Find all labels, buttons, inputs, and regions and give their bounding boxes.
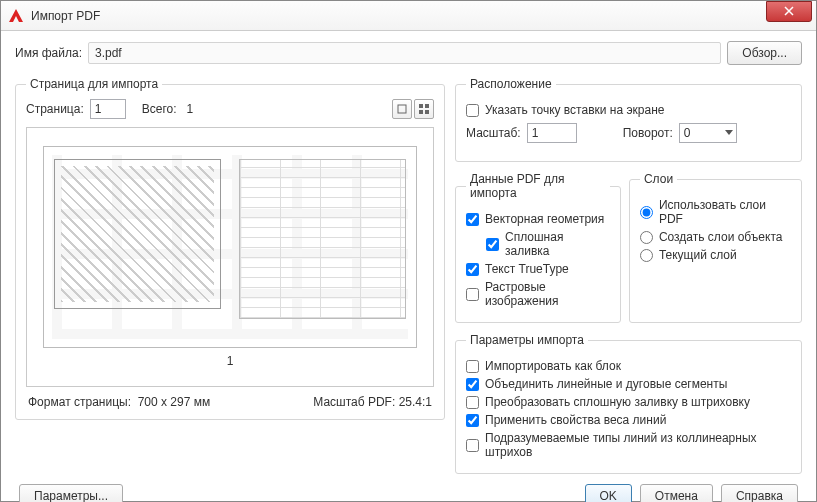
- svg-rect-2: [425, 104, 429, 108]
- dialog-content: Имя файла: 3.pdf Обзор... Страница для и…: [1, 31, 816, 502]
- preview-thumbnail: [43, 146, 417, 347]
- join-segments-checkbox[interactable]: Объединить линейные и дуговые сегменты: [466, 377, 791, 391]
- use-pdf-layers-radio[interactable]: Использовать слои PDF: [640, 198, 791, 226]
- page-input[interactable]: 1: [90, 99, 126, 119]
- as-block-checkbox[interactable]: Импортировать как блок: [466, 359, 791, 373]
- preview-page-number: 1: [227, 354, 234, 368]
- pdf-scale: Масштаб PDF: 25.4:1: [313, 395, 432, 409]
- close-button[interactable]: [766, 1, 812, 22]
- dialog-window: Импорт PDF Имя файла: 3.pdf Обзор... Стр…: [0, 0, 817, 502]
- cancel-button[interactable]: Отмена: [640, 484, 713, 502]
- filename-field[interactable]: 3.pdf: [88, 42, 721, 64]
- layers-legend: Слои: [640, 172, 677, 186]
- infer-linetypes-checkbox[interactable]: Подразумеваемые типы линий из коллинеарн…: [466, 431, 791, 459]
- page-label: Страница:: [26, 102, 84, 116]
- grid-icon: [419, 104, 429, 114]
- import-options-group: Параметры импорта Импортировать как блок…: [455, 333, 802, 474]
- page-import-legend: Страница для импорта: [26, 77, 162, 91]
- raster-checkbox[interactable]: Растровые изображения: [466, 280, 610, 308]
- svg-rect-1: [419, 104, 423, 108]
- location-group: Расположение Указать точку вставки на эк…: [455, 77, 802, 162]
- rotation-select[interactable]: 0: [679, 123, 737, 143]
- chevron-down-icon: [725, 130, 733, 135]
- svg-rect-4: [425, 110, 429, 114]
- current-layer-radio[interactable]: Текущий слой: [640, 248, 791, 262]
- lineweight-checkbox[interactable]: Применить свойства веса линий: [466, 413, 791, 427]
- vector-geometry-checkbox[interactable]: Векторная геометрия: [466, 212, 610, 226]
- pdf-data-group: Данные PDF для импорта Векторная геометр…: [455, 172, 621, 323]
- location-legend: Расположение: [466, 77, 556, 91]
- file-row: Имя файла: 3.pdf Обзор...: [15, 41, 802, 65]
- import-options-legend: Параметры импорта: [466, 333, 588, 347]
- app-logo-icon: [7, 7, 25, 25]
- solid-fill-checkbox[interactable]: Сплошная заливка: [486, 230, 610, 258]
- svg-rect-3: [419, 110, 423, 114]
- rotation-label: Поворот:: [623, 126, 673, 140]
- specify-point-checkbox[interactable]: Указать точку вставки на экране: [466, 103, 791, 117]
- filename-label: Имя файла:: [15, 46, 82, 60]
- page-preview[interactable]: 1: [26, 127, 434, 387]
- layers-group: Слои Использовать слои PDF Создать слои …: [629, 172, 802, 323]
- create-object-layers-radio[interactable]: Создать слои объекта: [640, 230, 791, 244]
- scale-input[interactable]: 1: [527, 123, 577, 143]
- browse-button[interactable]: Обзор...: [727, 41, 802, 65]
- truetype-checkbox[interactable]: Текст TrueType: [466, 262, 610, 276]
- page-format: Формат страницы: 700 x 297 мм: [28, 395, 210, 409]
- options-button[interactable]: Параметры...: [19, 484, 123, 502]
- svg-rect-0: [398, 105, 406, 113]
- total-label: Всего:: [142, 102, 177, 116]
- convert-fill-checkbox[interactable]: Преобразовать сплошную заливку в штрихов…: [466, 395, 791, 409]
- close-icon: [784, 6, 794, 16]
- view-single-button[interactable]: [392, 99, 412, 119]
- help-button[interactable]: Справка: [721, 484, 798, 502]
- page-import-group: Страница для импорта Страница: 1 Всего: …: [15, 77, 445, 420]
- scale-label: Масштаб:: [466, 126, 521, 140]
- window-title: Импорт PDF: [31, 9, 766, 23]
- titlebar: Импорт PDF: [1, 1, 816, 31]
- square-icon: [397, 104, 407, 114]
- ok-button[interactable]: OK: [585, 484, 632, 502]
- pdf-data-legend: Данные PDF для импорта: [466, 172, 610, 200]
- total-value: 1: [187, 102, 194, 116]
- view-grid-button[interactable]: [414, 99, 434, 119]
